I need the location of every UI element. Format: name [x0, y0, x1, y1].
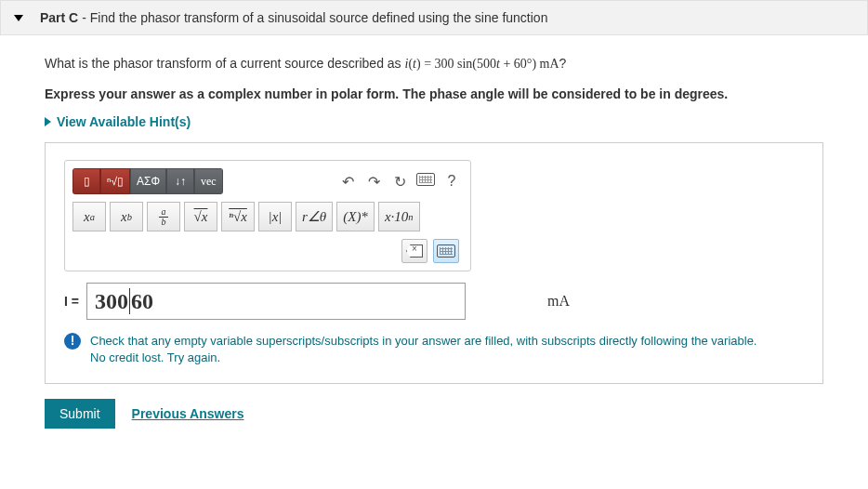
absolute-button[interactable]: |x| — [258, 202, 292, 231]
nth-root-button[interactable]: ⁿ√x — [221, 202, 255, 231]
content-area: What is the phasor transform of a curren… — [0, 35, 868, 443]
subscript-button[interactable]: xb — [110, 202, 143, 231]
question-lead: What is the phasor transform of a curren… — [45, 56, 405, 71]
view-hints-link[interactable]: View Available Hint(s) — [45, 114, 191, 129]
answer-value-b: 60 — [131, 289, 153, 314]
part-label: Part C — [40, 10, 78, 25]
toolbar-mini-row — [72, 239, 463, 263]
superscript-button[interactable]: xa — [72, 202, 106, 231]
redo-icon[interactable]: ↷ — [362, 173, 385, 191]
template-button[interactable]: ▯ — [72, 168, 100, 194]
answer-variable-label: I = — [64, 294, 79, 309]
instruction-text: Express your answer as a complex number … — [45, 86, 823, 101]
chevron-right-icon — [45, 117, 51, 126]
info-icon: ! — [64, 333, 81, 350]
reset-icon[interactable]: ↻ — [388, 173, 411, 191]
vec-button[interactable]: vec — [194, 168, 223, 194]
part-header[interactable]: Part C - Find the phasor transform of a … — [0, 0, 868, 35]
help-icon[interactable]: ? — [441, 173, 463, 190]
previous-answers-link[interactable]: Previous Answers — [132, 406, 244, 421]
keyboard-button[interactable] — [433, 239, 459, 263]
answer-row: I = 30060 mA — [64, 283, 804, 320]
toolbar-main-row: ▯ ⁿ√▯ ΑΣΦ ↓↑ vec ↶ ↷ ↻ ? — [72, 168, 463, 194]
radical-template-button[interactable]: ⁿ√▯ — [100, 168, 130, 194]
answer-unit: mA — [547, 293, 570, 310]
text-cursor — [129, 288, 130, 314]
keyboard-icon — [437, 244, 455, 258]
scripts-button[interactable]: ↓↑ — [166, 168, 194, 194]
toolbar-sub-row: xa xb a b √x ⁿ√x |x| r∠θ (X)* x·10n — [72, 202, 463, 231]
sqrt-button[interactable]: √x — [184, 202, 217, 231]
angle-button[interactable]: r∠θ — [296, 202, 333, 231]
question-tail: ? — [559, 56, 567, 71]
toolbar-format-group: ▯ ⁿ√▯ ΑΣΦ ↓↑ vec — [72, 168, 223, 194]
action-row: Submit Previous Answers — [45, 399, 823, 429]
question-text: What is the phasor transform of a curren… — [45, 54, 823, 73]
part-description: - Find the phasor transform of a sinusoi… — [82, 10, 547, 25]
feedback-message: ! Check that any empty variable superscr… — [64, 333, 804, 366]
collapse-caret-icon[interactable] — [14, 15, 23, 21]
backspace-button[interactable] — [401, 239, 427, 263]
submit-button[interactable]: Submit — [45, 399, 115, 429]
hints-label: View Available Hint(s) — [57, 114, 191, 129]
backspace-icon — [406, 244, 423, 258]
greek-button[interactable]: ΑΣΦ — [130, 168, 166, 194]
answer-value-a: 300 — [95, 289, 128, 314]
equation-editor: ▯ ⁿ√▯ ΑΣΦ ↓↑ vec ↶ ↷ ↻ ? xa xb a — [64, 160, 471, 271]
answer-panel: ▯ ⁿ√▯ ΑΣΦ ↓↑ vec ↶ ↷ ↻ ? xa xb a — [45, 142, 823, 384]
keyboard-toggle-icon[interactable] — [414, 173, 437, 190]
feedback-text: Check that any empty variable superscrip… — [90, 333, 756, 366]
undo-icon[interactable]: ↶ — [336, 173, 359, 191]
question-equation: i(t) = 300 sin(500t + 60°) mA — [405, 57, 559, 71]
sci-notation-button[interactable]: x·10n — [378, 202, 420, 231]
fraction-button[interactable]: a b — [147, 202, 180, 231]
conjugate-button[interactable]: (X)* — [336, 202, 375, 231]
answer-input[interactable]: 30060 — [86, 283, 466, 320]
